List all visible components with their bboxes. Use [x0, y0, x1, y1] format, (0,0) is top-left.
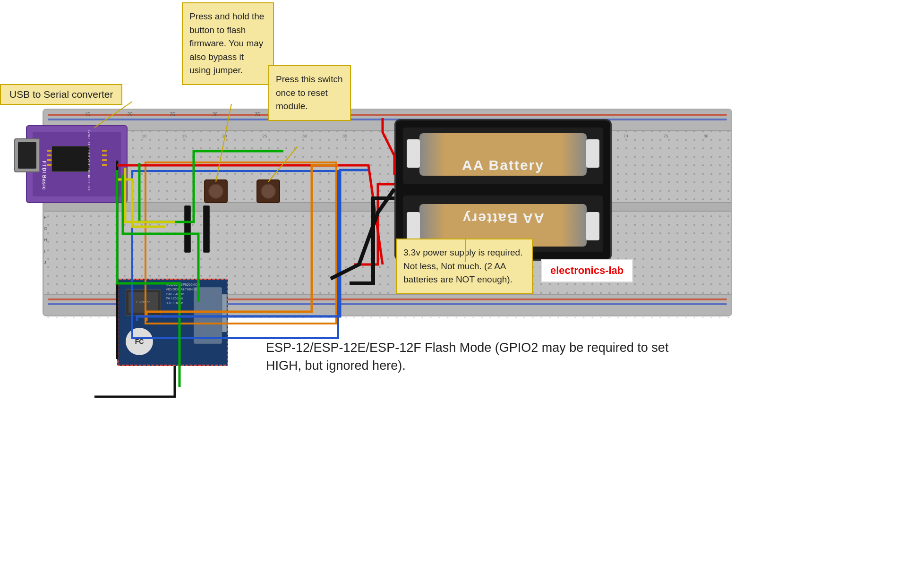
annotation-flash-mode: ESP-12/ESP-12E/ESP-12F Flash Mode (GPIO2…: [266, 339, 691, 375]
bb-col-numbers: 15 20 25 30 35: [66, 112, 279, 117]
battery-label-top: AA Battery: [404, 139, 602, 191]
electronics-lab-badge: electronics-lab: [541, 259, 633, 282]
annotation-flash-button: Press and hold the button to flash firmw…: [182, 2, 274, 85]
annotation-reset-button: Press this switch once to reset module.: [268, 65, 351, 121]
reset-button[interactable]: [256, 179, 280, 203]
dip-component-1: [184, 205, 191, 253]
annotation-usb-converter: USB to Serial converter: [0, 84, 122, 105]
ftdi-module: FTDI Basic: [26, 125, 128, 203]
annotation-power-supply: 3.3v power supply is required. Not less,…: [396, 239, 533, 294]
battery-label-bottom: AA Battery: [404, 192, 602, 244]
usb-connector: [14, 138, 40, 172]
ftdi-label: FTDI Basic: [42, 161, 47, 190]
dip-component-2: [203, 205, 210, 253]
flash-button[interactable]: [204, 179, 228, 203]
orange-border: [145, 162, 337, 324]
